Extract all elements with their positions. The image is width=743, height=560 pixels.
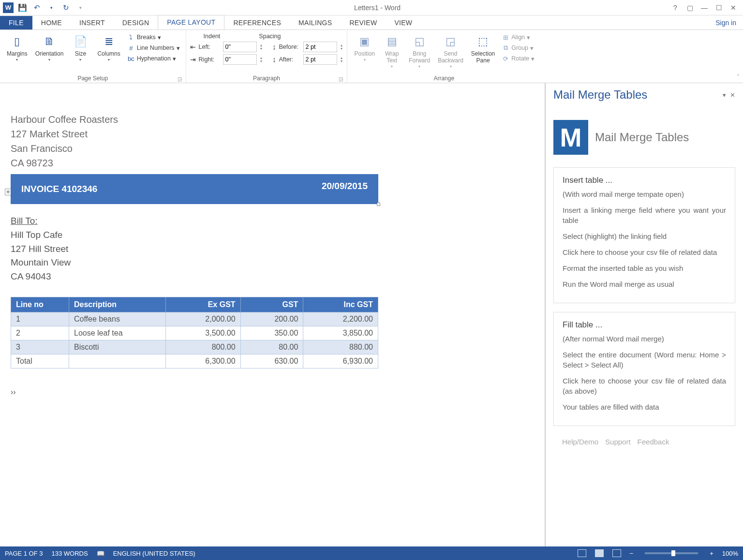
read-mode-icon[interactable] [578,549,586,557]
table-row: 1Coffee beans2,000.00200.002,200.00 [11,312,378,326]
addin-title: Mail Merge Tables [595,131,689,144]
group-paragraph: IndentSpacing ⇤Left: ▲▼ ↨Before: ▲▼ ⇥Rig… [186,30,348,83]
ribbon-display-icon[interactable]: ▢ [683,2,697,14]
before-label: Before: [279,44,300,50]
group-label: Paragraph [253,75,280,82]
tab-review[interactable]: REVIEW [341,16,386,29]
size-button[interactable]: 📄Size▾ [68,32,92,64]
close-icon[interactable]: ✕ [727,2,740,14]
word-app-icon: W [3,2,14,13]
dialog-launcher-icon[interactable]: ◲ [339,76,343,82]
status-bar: PAGE 1 OF 3 133 WORDS 📖 ENGLISH (UNITED … [0,546,743,560]
columns-button[interactable]: ≣Columns▾ [94,32,123,64]
redo-icon[interactable]: ↻ [60,2,72,14]
word-count[interactable]: 133 WORDS [52,550,88,557]
selection-pane-button[interactable]: ⬚Selection Pane [468,32,498,66]
tab-home[interactable]: HOME [32,16,71,29]
collapse-ribbon-icon[interactable]: ˆ [737,74,739,81]
tab-mailings[interactable]: MAILINGS [290,16,341,29]
ribbon: ▯Margins▾ 🗎Orientation▾ 📄Size▾ ≣Columns▾… [0,30,743,83]
wrap-text-icon: ▤ [384,34,400,49]
undo-icon[interactable]: ↶ [31,2,43,14]
invoice-banner[interactable]: 20/09/2015 INVOICE 4102346 [11,174,378,204]
spacing-before-input[interactable] [303,42,337,52]
proofing-icon[interactable]: 📖 [97,550,104,557]
spinner-icon[interactable]: ▲▼ [260,44,263,50]
spacing-after-input[interactable] [303,54,337,65]
group-icon: ⧉ [502,44,509,52]
hyphenation-icon: bc [127,55,135,62]
dialog-launcher-icon[interactable]: ◲ [178,76,182,82]
help-icon[interactable]: ? [669,2,682,14]
wrap-text-button: ▤Wrap Text▾ [380,32,404,71]
language-indicator[interactable]: ENGLISH (UNITED STATES) [113,550,195,557]
breaks-icon: ⤵ [127,33,135,41]
tab-view[interactable]: VIEW [386,16,421,29]
undo-dropdown-icon[interactable]: ▾ [45,2,57,14]
spacing-after-icon: ↨ [273,56,276,63]
sign-in-link[interactable]: Sign in [709,16,743,29]
spacing-before-icon: ↨ [273,43,276,51]
spinner-icon[interactable]: ▲▼ [340,56,343,63]
table-row: 3Biscotti800.0080.00880.00 [11,340,378,354]
zoom-level[interactable]: 100% [722,550,738,557]
align-icon: ⊞ [502,33,509,41]
help-link[interactable]: Help/Demo [562,438,598,446]
table-row: 2Loose leaf tea3,500.00350.003,850.00 [11,326,378,340]
insert-table-card: Insert table ... (With word mail merge t… [553,167,735,303]
zoom-out-icon[interactable]: − [630,550,634,557]
group-arrange: ▣Position▾ ▤Wrap Text▾ ◱Bring Forward▾ ◲… [347,30,540,83]
minimize-icon[interactable]: — [698,2,711,14]
margins-icon: ▯ [9,34,25,49]
spinner-icon[interactable]: ▲▼ [340,44,343,50]
feedback-link[interactable]: Feedback [638,438,669,446]
page-indicator[interactable]: PAGE 1 OF 3 [5,550,43,557]
maximize-icon[interactable]: ☐ [712,2,726,14]
next-record-marker: ›› [11,388,545,397]
bill-to-address: Hill Top Cafe127 Hill StreetMountain Vie… [11,228,545,283]
tab-file[interactable]: FILE [0,16,32,29]
after-label: After: [279,56,300,63]
tab-design[interactable]: DESIGN [114,16,158,29]
zoom-slider[interactable] [645,552,698,554]
group-label: Page Setup [77,75,108,82]
breaks-button[interactable]: ⤵Breaks ▾ [125,33,182,42]
group-label: Arrange [433,75,454,82]
save-icon[interactable]: 💾 [16,2,28,14]
zoom-in-icon[interactable]: + [710,550,713,557]
size-icon: 📄 [73,34,88,49]
hyphenation-button[interactable]: bcHyphenation ▾ [125,54,182,63]
qat-customize-icon[interactable]: ▾ [74,2,86,14]
indent-head: Indent [204,33,221,40]
web-layout-icon[interactable] [612,549,621,557]
support-link[interactable]: Support [605,438,631,446]
indent-left-icon: ⇤ [190,43,196,51]
tab-insert[interactable]: INSERT [71,16,114,29]
window-title: Letters1 - Word [86,4,669,12]
margins-button[interactable]: ▯Margins▾ [4,32,30,64]
addin-logo-icon: M [553,120,588,155]
spinner-icon[interactable]: ▲▼ [260,56,263,63]
bring-forward-icon: ◱ [412,34,427,49]
resize-handle-icon[interactable] [377,203,380,206]
tab-references[interactable]: REFERENCES [224,16,290,29]
tab-page-layout[interactable]: PAGE LAYOUT [158,15,224,29]
indent-left-input[interactable] [223,42,257,52]
print-layout-icon[interactable] [595,549,604,557]
line-numbers-icon: # [127,44,135,52]
send-backward-icon: ◲ [443,34,459,49]
task-pane-close-icon[interactable]: ✕ [730,91,735,99]
line-numbers-button[interactable]: #Line Numbers ▾ [125,44,182,52]
indent-right-input[interactable] [223,54,257,65]
sender-address: Harbour Coffee Roasters127 Market Street… [11,112,545,170]
task-pane-menu-icon[interactable]: ▾ [723,91,726,99]
document-canvas[interactable]: ✥ Harbour Coffee Roasters127 Market Stre… [0,83,545,546]
bring-forward-button: ◱Bring Forward▾ [406,32,433,71]
card-heading: Fill table ... [563,320,726,330]
table-row: Total6,300.00630.006,930.00 [11,354,378,368]
spacing-head: Spacing [259,33,281,40]
orientation-button[interactable]: 🗎Orientation▾ [32,32,67,64]
orientation-icon: 🗎 [42,34,57,49]
invoice-date: 20/09/2015 [322,181,368,192]
invoice-table[interactable]: Line no Description Ex GST GST Inc GST 1… [11,297,378,368]
